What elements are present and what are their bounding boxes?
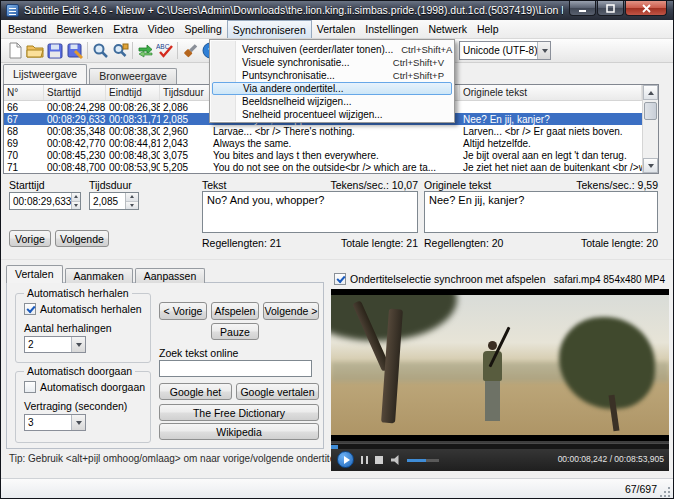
repeat-count-label: Aantal herhalingen <box>24 322 112 334</box>
visual-sync-icon[interactable] <box>135 40 155 61</box>
auto-repeat-checkbox[interactable]: Automatisch herhalen <box>24 303 142 315</box>
chevron-down-icon[interactable] <box>71 337 85 352</box>
menu-extra[interactable]: Extra <box>108 20 143 38</box>
find-icon[interactable] <box>90 40 110 61</box>
original-total-length: Totale lengte: 20 <box>581 237 658 249</box>
volume-icon[interactable] <box>391 455 401 465</box>
sync-playback-checkbox[interactable]: Ondertitelselectie synchroon met afspele… <box>334 273 546 285</box>
search-online-input[interactable] <box>159 360 312 377</box>
settings-icon[interactable] <box>180 40 200 61</box>
volume-fill <box>407 459 426 462</box>
duration-spinner[interactable]: 2,085 <box>89 192 139 210</box>
new-icon[interactable] <box>5 40 25 61</box>
resize-grip-icon[interactable] <box>668 495 670 497</box>
checkbox-checked-icon[interactable] <box>24 303 36 315</box>
play-icon[interactable] <box>337 451 354 468</box>
spell-check-icon[interactable]: ABC <box>155 40 175 61</box>
encoding-combobox[interactable]: Unicode (UTF-8) <box>459 41 551 60</box>
bottom-tab-strip: Vertalen Aanmaken Aanpassen <box>6 265 207 283</box>
prev-subtitle-button[interactable]: < Vorige <box>159 302 207 320</box>
tab-bronweergave[interactable]: Bronweergave <box>89 68 177 84</box>
menu-synchroniseren[interactable]: Synchroniseren <box>227 20 312 38</box>
checkbox-unchecked-icon[interactable] <box>24 381 36 393</box>
video-progress-fill <box>331 445 338 449</box>
pause-icon[interactable] <box>361 456 368 464</box>
menu-item-snelheid-procentueel[interactable]: Snelheid procentueel wijzigen... <box>210 108 454 121</box>
save-icon[interactable] <box>45 40 65 61</box>
menu-item-via-andere-ondertitel[interactable]: Via andere ondertitel... <box>212 82 452 95</box>
col-start[interactable]: Starttijd <box>44 85 106 100</box>
scroll-down-icon[interactable] <box>643 158 658 173</box>
text-textarea[interactable]: No? And you, whopper? <box>202 191 418 233</box>
save-as-icon[interactable] <box>65 40 85 61</box>
col-end[interactable]: Eindtijd <box>106 85 160 100</box>
minimize-button[interactable] <box>569 1 596 16</box>
spin-down-icon[interactable] <box>72 201 80 210</box>
pause-button[interactable]: Pauze <box>211 323 259 340</box>
table-row[interactable]: 69 00:08:42,770 00:08:44,813 2,043 Alway… <box>4 137 658 149</box>
video-player: 00:00:08,242 / 00:08:53,905 <box>331 289 669 471</box>
titlebar[interactable]: Subtitle Edit 3.4.6 - Nieuw + C:\Users\A… <box>1 1 673 20</box>
spin-up-icon[interactable] <box>126 193 138 201</box>
google-translate-button[interactable]: Google vertalen <box>236 383 319 400</box>
tab-lijstweergave[interactable]: Lijstweergave <box>3 64 87 84</box>
menu-spelling[interactable]: Spelling <box>179 20 226 38</box>
encoding-value: Unicode (UTF-8) <box>463 45 537 56</box>
shortcut-label: Ctrl+Shift+P <box>393 70 444 81</box>
original-line-lengths: Regellengten: 20 <box>424 237 503 249</box>
menu-bewerken[interactable]: Bewerken <box>52 20 109 38</box>
menu-bestand[interactable]: Bestand <box>3 20 52 38</box>
tab-aanpassen[interactable]: Aanpassen <box>135 268 206 283</box>
auto-continue-checkbox[interactable]: Automatisch doorgaan <box>24 381 145 393</box>
menu-vertalen[interactable]: Vertalen <box>312 20 361 38</box>
wikipedia-button[interactable]: Wikipedia <box>159 423 319 440</box>
text-line-lengths: Regellengten: 21 <box>202 237 281 249</box>
original-text-textarea[interactable]: Nee? En jij, kanjer? <box>424 191 658 233</box>
menu-help[interactable]: Help <box>472 20 504 38</box>
menu-video[interactable]: Video <box>143 20 180 38</box>
volume-slider[interactable] <box>407 459 439 462</box>
menu-instellingen[interactable]: Instellingen <box>360 20 423 38</box>
chevron-down-icon[interactable] <box>537 42 551 59</box>
google-it-button[interactable]: Google het <box>159 383 232 400</box>
col-original[interactable]: Originele tekst <box>460 85 642 100</box>
starttime-spinner[interactable]: 00:08:29,633 <box>9 192 81 210</box>
delay-combobox[interactable]: 3 <box>24 414 86 431</box>
col-duration[interactable]: Tijdsduur <box>160 85 210 100</box>
chevron-down-icon[interactable] <box>71 415 85 430</box>
menu-item-verschuiven[interactable]: Verschuiven (eerder/later tonen)... Ctrl… <box>210 43 454 56</box>
free-dictionary-button[interactable]: The Free Dictionary <box>159 404 319 421</box>
table-row[interactable]: 68 00:08:35,348 00:08:38,308 2,960 Larva… <box>4 125 658 137</box>
close-button[interactable] <box>625 1 667 16</box>
tab-vertalen[interactable]: Vertalen <box>6 265 63 283</box>
menu-item-visuele-synchronisatie[interactable]: Visuele synchronisatie... Ctrl+Shift+V <box>210 56 454 69</box>
list-scrollbar[interactable] <box>642 85 658 173</box>
col-number[interactable]: N° <box>4 85 44 100</box>
volgende-button[interactable]: Volgende <box>55 230 109 247</box>
video-screen[interactable] <box>331 289 669 441</box>
splitter[interactable] <box>1 259 673 263</box>
next-subtitle-button[interactable]: Volgende > <box>263 302 319 320</box>
menu-item-beeldsnelheid[interactable]: Beeldsnelheid wijzigen... <box>210 95 454 108</box>
tab-aanmaken[interactable]: Aanmaken <box>65 268 133 283</box>
stop-icon[interactable] <box>375 456 383 464</box>
spin-up-icon[interactable] <box>72 193 80 201</box>
repeat-count-combobox[interactable]: 2 <box>24 336 86 353</box>
open-folder-icon[interactable] <box>25 40 45 61</box>
statusbar: 67/697 <box>1 478 673 499</box>
man-legs <box>485 381 500 421</box>
menu-netwerk[interactable]: Netwerk <box>423 20 472 38</box>
checkbox-checked-icon[interactable] <box>334 273 346 285</box>
scroll-up-icon[interactable] <box>643 85 658 100</box>
menu-item-puntsynchronisatie[interactable]: Puntsynchronisatie... Ctrl+Shift+P <box>210 69 454 82</box>
replace-icon[interactable] <box>110 40 130 61</box>
scrollbar-thumb[interactable] <box>644 102 657 120</box>
maximize-button[interactable] <box>597 1 624 16</box>
table-row[interactable]: 70 00:08:45,230 00:08:48,305 3,075 You b… <box>4 149 658 161</box>
vorige-button[interactable]: Vorige <box>9 230 51 247</box>
table-row[interactable]: 71 00:08:48,700 00:08:53,905 5,205 You d… <box>4 161 658 173</box>
play-subtitle-button[interactable]: Afspelen <box>211 302 259 320</box>
spin-down-icon[interactable] <box>126 201 138 210</box>
video-progress-bar[interactable] <box>331 443 669 449</box>
originele-tekst-label: Originele tekst <box>424 179 491 191</box>
